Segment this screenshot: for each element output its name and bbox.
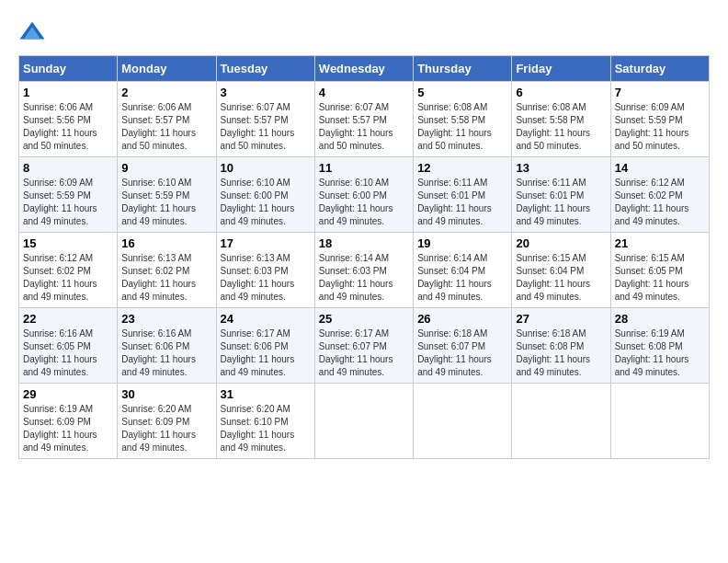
day-number: 22: [23, 312, 113, 326]
table-row: [414, 384, 512, 459]
day-info: Sunrise: 6:15 AM Sunset: 6:05 PM Dayligh…: [615, 252, 705, 304]
day-number: 8: [23, 161, 113, 175]
table-row: 5 Sunrise: 6:08 AM Sunset: 5:58 PM Dayli…: [414, 82, 512, 157]
day-number: 21: [615, 236, 705, 250]
day-number: 9: [121, 161, 211, 175]
table-row: 10 Sunrise: 6:10 AM Sunset: 6:00 PM Dayl…: [216, 157, 314, 233]
calendar-table: SundayMondayTuesdayWednesdayThursdayFrid…: [18, 55, 710, 459]
day-info: Sunrise: 6:06 AM Sunset: 5:57 PM Dayligh…: [121, 101, 211, 153]
table-row: [512, 384, 610, 459]
day-info: Sunrise: 6:16 AM Sunset: 6:05 PM Dayligh…: [23, 327, 113, 379]
weekday-header: Tuesday: [216, 56, 314, 82]
day-info: Sunrise: 6:17 AM Sunset: 6:07 PM Dayligh…: [319, 327, 409, 379]
table-row: 4 Sunrise: 6:07 AM Sunset: 5:57 PM Dayli…: [314, 82, 413, 157]
day-number: 10: [221, 161, 311, 175]
day-info: Sunrise: 6:07 AM Sunset: 5:57 PM Dayligh…: [221, 101, 311, 153]
table-row: 17 Sunrise: 6:13 AM Sunset: 6:03 PM Dayl…: [216, 233, 314, 308]
day-number: 3: [221, 86, 311, 99]
day-info: Sunrise: 6:18 AM Sunset: 6:07 PM Dayligh…: [417, 327, 507, 379]
day-info: Sunrise: 6:08 AM Sunset: 5:58 PM Dayligh…: [516, 101, 606, 153]
day-info: Sunrise: 6:09 AM Sunset: 5:59 PM Dayligh…: [23, 177, 113, 228]
table-row: 20 Sunrise: 6:15 AM Sunset: 6:04 PM Dayl…: [512, 233, 610, 308]
day-number: 27: [516, 312, 606, 326]
table-row: 3 Sunrise: 6:07 AM Sunset: 5:57 PM Dayli…: [216, 82, 314, 157]
table-row: 21 Sunrise: 6:15 AM Sunset: 6:05 PM Dayl…: [610, 233, 709, 308]
day-info: Sunrise: 6:15 AM Sunset: 6:04 PM Dayligh…: [516, 252, 606, 304]
day-info: Sunrise: 6:10 AM Sunset: 6:00 PM Dayligh…: [319, 177, 409, 228]
weekday-header: Saturday: [610, 56, 709, 82]
day-number: 16: [121, 236, 211, 250]
day-number: 18: [319, 236, 409, 250]
table-row: 28 Sunrise: 6:19 AM Sunset: 6:08 PM Dayl…: [610, 308, 709, 384]
day-info: Sunrise: 6:20 AM Sunset: 6:09 PM Dayligh…: [121, 403, 211, 454]
day-number: 20: [516, 236, 606, 250]
day-number: 26: [417, 312, 507, 326]
calendar-week-row: 22 Sunrise: 6:16 AM Sunset: 6:05 PM Dayl…: [19, 308, 710, 384]
day-number: 11: [319, 161, 409, 175]
day-number: 25: [319, 312, 409, 326]
table-row: 14 Sunrise: 6:12 AM Sunset: 6:02 PM Dayl…: [610, 157, 709, 233]
table-row: [314, 384, 413, 459]
day-number: 31: [221, 387, 311, 401]
table-row: 15 Sunrise: 6:12 AM Sunset: 6:02 PM Dayl…: [19, 233, 118, 308]
day-info: Sunrise: 6:07 AM Sunset: 5:57 PM Dayligh…: [319, 101, 409, 153]
logo-icon: [18, 18, 46, 46]
weekday-header: Thursday: [414, 56, 512, 82]
day-number: 24: [221, 312, 311, 326]
weekday-header: Monday: [118, 56, 216, 82]
weekday-header: Friday: [512, 56, 610, 82]
day-info: Sunrise: 6:19 AM Sunset: 6:08 PM Dayligh…: [615, 327, 705, 379]
table-row: 25 Sunrise: 6:17 AM Sunset: 6:07 PM Dayl…: [314, 308, 413, 384]
table-row: 23 Sunrise: 6:16 AM Sunset: 6:06 PM Dayl…: [118, 308, 216, 384]
day-number: 5: [417, 86, 507, 99]
page-header: [18, 18, 710, 46]
day-info: Sunrise: 6:12 AM Sunset: 6:02 PM Dayligh…: [615, 177, 705, 228]
table-row: 24 Sunrise: 6:17 AM Sunset: 6:06 PM Dayl…: [216, 308, 314, 384]
day-info: Sunrise: 6:20 AM Sunset: 6:10 PM Dayligh…: [221, 403, 311, 454]
table-row: 30 Sunrise: 6:20 AM Sunset: 6:09 PM Dayl…: [118, 384, 216, 459]
table-row: 31 Sunrise: 6:20 AM Sunset: 6:10 PM Dayl…: [216, 384, 314, 459]
table-row: 19 Sunrise: 6:14 AM Sunset: 6:04 PM Dayl…: [414, 233, 512, 308]
day-info: Sunrise: 6:16 AM Sunset: 6:06 PM Dayligh…: [121, 327, 211, 379]
day-info: Sunrise: 6:13 AM Sunset: 6:03 PM Dayligh…: [221, 252, 311, 304]
day-info: Sunrise: 6:09 AM Sunset: 5:59 PM Dayligh…: [615, 101, 705, 153]
day-info: Sunrise: 6:14 AM Sunset: 6:03 PM Dayligh…: [319, 252, 409, 304]
table-row: 6 Sunrise: 6:08 AM Sunset: 5:58 PM Dayli…: [512, 82, 610, 157]
table-row: 1 Sunrise: 6:06 AM Sunset: 5:56 PM Dayli…: [19, 82, 118, 157]
day-info: Sunrise: 6:12 AM Sunset: 6:02 PM Dayligh…: [23, 252, 113, 304]
day-info: Sunrise: 6:19 AM Sunset: 6:09 PM Dayligh…: [23, 403, 113, 454]
day-number: 28: [615, 312, 705, 326]
day-number: 1: [23, 86, 113, 99]
table-row: 27 Sunrise: 6:18 AM Sunset: 6:08 PM Dayl…: [512, 308, 610, 384]
table-row: 22 Sunrise: 6:16 AM Sunset: 6:05 PM Dayl…: [19, 308, 118, 384]
weekday-header: Sunday: [19, 56, 118, 82]
day-info: Sunrise: 6:10 AM Sunset: 5:59 PM Dayligh…: [121, 177, 211, 228]
day-number: 14: [615, 161, 705, 175]
calendar-week-row: 29 Sunrise: 6:19 AM Sunset: 6:09 PM Dayl…: [19, 384, 710, 459]
table-row: 2 Sunrise: 6:06 AM Sunset: 5:57 PM Dayli…: [118, 82, 216, 157]
day-info: Sunrise: 6:14 AM Sunset: 6:04 PM Dayligh…: [417, 252, 507, 304]
table-row: 12 Sunrise: 6:11 AM Sunset: 6:01 PM Dayl…: [414, 157, 512, 233]
table-row: 7 Sunrise: 6:09 AM Sunset: 5:59 PM Dayli…: [610, 82, 709, 157]
day-number: 30: [121, 387, 211, 401]
table-row: 11 Sunrise: 6:10 AM Sunset: 6:00 PM Dayl…: [314, 157, 413, 233]
day-number: 7: [615, 86, 705, 99]
table-row: 18 Sunrise: 6:14 AM Sunset: 6:03 PM Dayl…: [314, 233, 413, 308]
weekday-header: Wednesday: [314, 56, 413, 82]
table-row: 26 Sunrise: 6:18 AM Sunset: 6:07 PM Dayl…: [414, 308, 512, 384]
calendar-week-row: 1 Sunrise: 6:06 AM Sunset: 5:56 PM Dayli…: [19, 82, 710, 157]
table-row: 29 Sunrise: 6:19 AM Sunset: 6:09 PM Dayl…: [19, 384, 118, 459]
day-number: 19: [417, 236, 507, 250]
day-info: Sunrise: 6:11 AM Sunset: 6:01 PM Dayligh…: [417, 177, 507, 228]
day-number: 23: [121, 312, 211, 326]
day-info: Sunrise: 6:13 AM Sunset: 6:02 PM Dayligh…: [121, 252, 211, 304]
table-row: [610, 384, 709, 459]
day-info: Sunrise: 6:08 AM Sunset: 5:58 PM Dayligh…: [417, 101, 507, 153]
day-number: 29: [23, 387, 113, 401]
day-info: Sunrise: 6:17 AM Sunset: 6:06 PM Dayligh…: [221, 327, 311, 379]
table-row: 13 Sunrise: 6:11 AM Sunset: 6:01 PM Dayl…: [512, 157, 610, 233]
day-info: Sunrise: 6:18 AM Sunset: 6:08 PM Dayligh…: [516, 327, 606, 379]
calendar-week-row: 15 Sunrise: 6:12 AM Sunset: 6:02 PM Dayl…: [19, 233, 710, 308]
day-number: 13: [516, 161, 606, 175]
day-number: 2: [121, 86, 211, 99]
